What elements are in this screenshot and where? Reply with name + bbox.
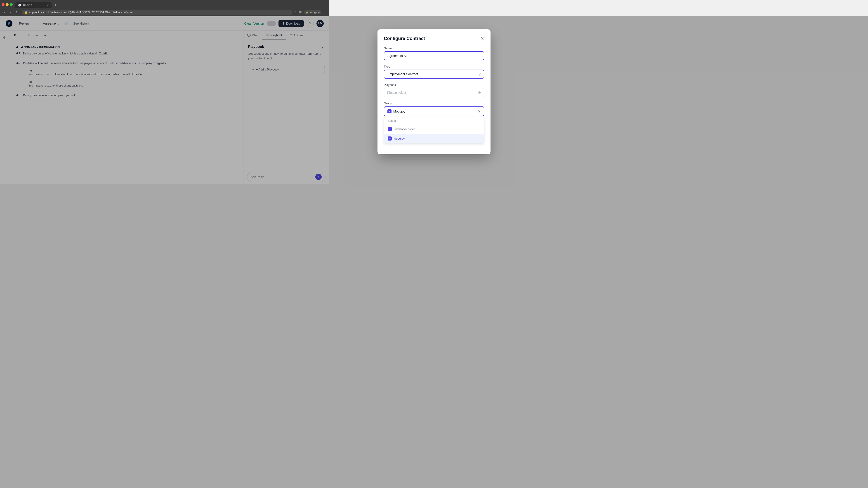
- modal-overlay: Configure Contract ✕ Name Type Employmen…: [0, 16, 329, 184]
- bookmark-icon[interactable]: ☆: [294, 10, 297, 14]
- incognito-badge: 🕵 Incognito: [304, 10, 321, 14]
- new-tab-btn[interactable]: +: [53, 2, 59, 8]
- address-bar: ‹ › ↻ 🔒 app.robinai.co.uk/review/contrac…: [0, 8, 329, 16]
- url-bar[interactable]: 🔒 app.robinai.co.uk/review/contract/Q29u…: [22, 10, 293, 15]
- tab-close-btn[interactable]: ✕: [46, 4, 49, 7]
- menu-icon[interactable]: ⋮: [323, 10, 327, 14]
- tab-favicon-icon: [18, 4, 21, 7]
- reload-btn[interactable]: ↻: [14, 10, 20, 15]
- extensions-icon[interactable]: ⊞: [299, 10, 302, 14]
- window-max-btn[interactable]: [10, 3, 13, 6]
- window-close-btn[interactable]: [2, 3, 4, 6]
- browser-tab[interactable]: Robin AI ✕: [16, 2, 52, 8]
- back-btn[interactable]: ‹: [3, 10, 6, 15]
- forward-btn[interactable]: ›: [8, 10, 12, 15]
- tab-title: Robin AI: [23, 4, 33, 7]
- window-min-btn[interactable]: [6, 3, 8, 6]
- url-text: app.robinai.co.uk/review/contract/Q29udH…: [29, 11, 133, 14]
